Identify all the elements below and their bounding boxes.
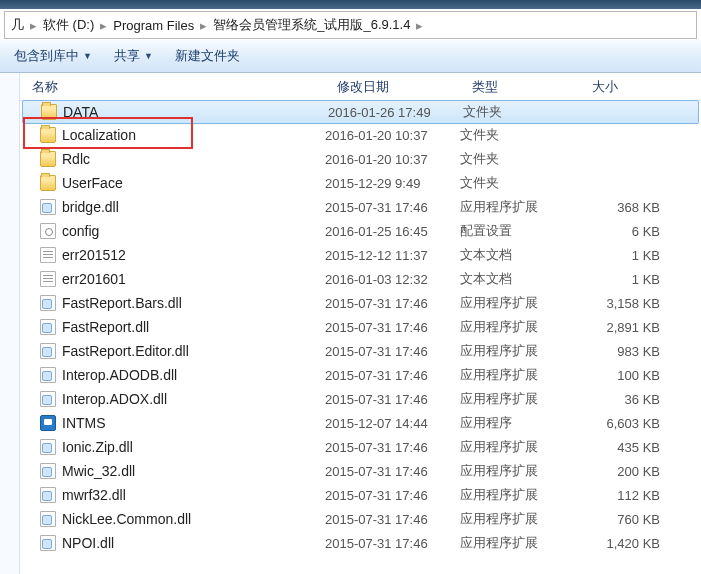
file-row[interactable]: NPOI.dll2015-07-31 17:46应用程序扩展1,420 KB — [20, 531, 701, 555]
column-header-size[interactable]: 大小 — [580, 78, 670, 96]
file-row[interactable]: mwrf32.dll2015-07-31 17:46应用程序扩展112 KB — [20, 483, 701, 507]
column-header-date[interactable]: 修改日期 — [325, 78, 460, 96]
file-size: 435 KB — [580, 440, 670, 455]
file-date: 2015-12-12 11:37 — [325, 248, 460, 263]
breadcrumb-folder[interactable]: 智络会员管理系统_试用版_6.9.1.4 — [213, 16, 410, 34]
dll-icon — [40, 391, 56, 407]
file-row[interactable]: Localization2016-01-20 10:37文件夹 — [20, 123, 701, 147]
file-type: 应用程序 — [460, 414, 580, 432]
file-size: 3,158 KB — [580, 296, 670, 311]
file-row[interactable]: Mwic_32.dll2015-07-31 17:46应用程序扩展200 KB — [20, 459, 701, 483]
breadcrumb-folder[interactable]: Program Files — [113, 18, 194, 33]
file-row[interactable]: INTMS2015-12-07 14:44应用程序6,603 KB — [20, 411, 701, 435]
toolbar-label: 包含到库中 — [14, 47, 79, 65]
file-date: 2016-01-20 10:37 — [325, 152, 460, 167]
dll-icon — [40, 319, 56, 335]
file-name: Rdlc — [62, 151, 90, 167]
file-size: 368 KB — [580, 200, 670, 215]
file-name: bridge.dll — [62, 199, 119, 215]
file-name: mwrf32.dll — [62, 487, 126, 503]
file-row[interactable]: Rdlc2016-01-20 10:37文件夹 — [20, 147, 701, 171]
file-row[interactable]: bridge.dll2015-07-31 17:46应用程序扩展368 KB — [20, 195, 701, 219]
txt-icon — [40, 271, 56, 287]
file-name: INTMS — [62, 415, 106, 431]
file-name: err201601 — [62, 271, 126, 287]
file-type: 应用程序扩展 — [460, 510, 580, 528]
toolbar-label: 新建文件夹 — [175, 47, 240, 65]
file-date: 2015-07-31 17:46 — [325, 488, 460, 503]
file-type: 应用程序扩展 — [460, 294, 580, 312]
txt-icon — [40, 247, 56, 263]
file-date: 2015-07-31 17:46 — [325, 344, 460, 359]
address-bar[interactable]: 几 ▸ 软件 (D:) ▸ Program Files ▸ 智络会员管理系统_试… — [4, 11, 697, 39]
breadcrumb-drive[interactable]: 软件 (D:) — [43, 16, 94, 34]
file-size: 100 KB — [580, 368, 670, 383]
file-name: NPOI.dll — [62, 535, 114, 551]
file-size: 36 KB — [580, 392, 670, 407]
file-name: Interop.ADODB.dll — [62, 367, 177, 383]
file-row[interactable]: FastReport.dll2015-07-31 17:46应用程序扩展2,89… — [20, 315, 701, 339]
file-type: 应用程序扩展 — [460, 342, 580, 360]
file-list-area: 名称 修改日期 类型 大小 DATA2016-01-26 17:49文件夹Loc… — [20, 73, 701, 574]
column-header-name[interactable]: 名称 — [20, 78, 325, 96]
file-date: 2015-07-31 17:46 — [325, 320, 460, 335]
file-type: 应用程序扩展 — [460, 366, 580, 384]
chevron-right-icon[interactable]: ▸ — [416, 18, 423, 33]
file-date: 2015-07-31 17:46 — [325, 200, 460, 215]
file-name: UserFace — [62, 175, 123, 191]
share-button[interactable]: 共享 ▼ — [114, 47, 153, 65]
chevron-right-icon[interactable]: ▸ — [200, 18, 207, 33]
navigation-pane-fragment — [0, 73, 20, 574]
dll-icon — [40, 343, 56, 359]
file-name: FastReport.Editor.dll — [62, 343, 189, 359]
file-date: 2015-07-31 17:46 — [325, 512, 460, 527]
include-in-library-button[interactable]: 包含到库中 ▼ — [14, 47, 92, 65]
file-row[interactable]: UserFace2015-12-29 9:49文件夹 — [20, 171, 701, 195]
file-size: 1 KB — [580, 272, 670, 287]
dll-icon — [40, 487, 56, 503]
folder-icon — [40, 127, 56, 143]
file-type: 应用程序扩展 — [460, 438, 580, 456]
file-row[interactable]: err2016012016-01-03 12:32文本文档1 KB — [20, 267, 701, 291]
file-type: 文件夹 — [460, 126, 580, 144]
file-row[interactable]: DATA2016-01-26 17:49文件夹 — [22, 100, 699, 124]
file-name: DATA — [63, 104, 98, 120]
file-type: 应用程序扩展 — [460, 534, 580, 552]
column-header-type[interactable]: 类型 — [460, 78, 580, 96]
file-name: config — [62, 223, 99, 239]
column-headers: 名称 修改日期 类型 大小 — [20, 73, 701, 101]
file-size: 760 KB — [580, 512, 670, 527]
dll-icon — [40, 295, 56, 311]
file-size: 6 KB — [580, 224, 670, 239]
file-name: Ionic.Zip.dll — [62, 439, 133, 455]
breadcrumb-computer-fragment[interactable]: 几 — [11, 16, 24, 34]
cfg-icon — [40, 223, 56, 239]
folder-icon — [41, 104, 57, 120]
file-row[interactable]: Interop.ADOX.dll2015-07-31 17:46应用程序扩展36… — [20, 387, 701, 411]
chevron-right-icon[interactable]: ▸ — [100, 18, 107, 33]
file-date: 2016-01-03 12:32 — [325, 272, 460, 287]
folder-icon — [40, 175, 56, 191]
file-type: 应用程序扩展 — [460, 198, 580, 216]
dll-icon — [40, 439, 56, 455]
file-row[interactable]: config2016-01-25 16:45配置设置6 KB — [20, 219, 701, 243]
folder-icon — [40, 151, 56, 167]
file-row[interactable]: NickLee.Common.dll2015-07-31 17:46应用程序扩展… — [20, 507, 701, 531]
file-name: NickLee.Common.dll — [62, 511, 191, 527]
file-date: 2016-01-26 17:49 — [328, 105, 463, 120]
file-row[interactable]: FastReport.Bars.dll2015-07-31 17:46应用程序扩… — [20, 291, 701, 315]
file-row[interactable]: Interop.ADODB.dll2015-07-31 17:46应用程序扩展1… — [20, 363, 701, 387]
file-type: 文本文档 — [460, 246, 580, 264]
file-date: 2015-07-31 17:46 — [325, 464, 460, 479]
file-size: 1,420 KB — [580, 536, 670, 551]
file-type: 应用程序扩展 — [460, 462, 580, 480]
file-row[interactable]: err2015122015-12-12 11:37文本文档1 KB — [20, 243, 701, 267]
exe-icon — [40, 415, 56, 431]
file-size: 2,891 KB — [580, 320, 670, 335]
file-row[interactable]: FastReport.Editor.dll2015-07-31 17:46应用程… — [20, 339, 701, 363]
new-folder-button[interactable]: 新建文件夹 — [175, 47, 240, 65]
file-row[interactable]: Ionic.Zip.dll2015-07-31 17:46应用程序扩展435 K… — [20, 435, 701, 459]
file-date: 2015-12-29 9:49 — [325, 176, 460, 191]
chevron-right-icon[interactable]: ▸ — [30, 18, 37, 33]
file-size: 1 KB — [580, 248, 670, 263]
